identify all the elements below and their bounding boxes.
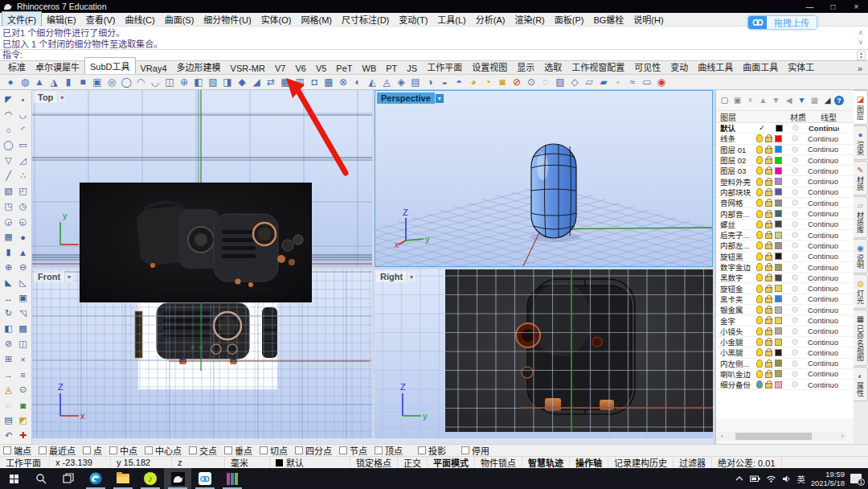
material-ball-icon[interactable] — [792, 179, 798, 185]
layer-lock-icon[interactable] — [765, 287, 772, 293]
taskbar-lanhu-icon[interactable] — [191, 468, 219, 489]
status-cell[interactable]: 工作平面 — [0, 457, 50, 468]
gumball-icon[interactable]: ✚ — [16, 428, 31, 443]
menu-item[interactable]: 说明(H) — [628, 12, 668, 27]
start-button[interactable] — [0, 468, 27, 489]
layer-color-swatch[interactable] — [775, 360, 782, 367]
scale-icon[interactable]: ◹ — [16, 306, 31, 321]
layer-visibility-bulb-icon[interactable] — [756, 166, 763, 175]
sweep-2-rails-icon[interactable]: ◶ — [2, 214, 16, 229]
layer-visibility-bulb-icon[interactable] — [756, 146, 763, 154]
layer-visibility-bulb-icon[interactable] — [756, 316, 763, 324]
layer-color-swatch[interactable] — [775, 199, 782, 207]
command-spinner[interactable]: ▲▼ — [857, 51, 866, 60]
subd-fillet-edge-icon[interactable]: ◆ — [235, 76, 249, 89]
layer-visibility-bulb-icon[interactable] — [756, 188, 763, 196]
taskbar-rhino-icon[interactable] — [164, 468, 191, 489]
viewport-menu-chevron-icon[interactable]: ▾ — [57, 93, 66, 102]
polyline-icon[interactable]: ◿ — [16, 153, 31, 168]
circle-icon[interactable]: ○ — [2, 122, 16, 138]
toolbar-tab[interactable]: SubD工具 — [84, 57, 136, 74]
viewport-menu-chevron-icon[interactable]: ▾ — [407, 273, 416, 281]
control-point-curve-icon[interactable]: ◡ — [16, 107, 31, 122]
subd-offset-icon[interactable]: ◨ — [220, 76, 235, 89]
layer-color-swatch[interactable] — [775, 220, 782, 228]
offset-curve-icon[interactable]: ≡ — [16, 367, 31, 382]
object-properties-icon[interactable]: ◩ — [16, 413, 31, 428]
disable-shading-icon[interactable]: ⊘ — [510, 76, 524, 89]
boolean-union-icon[interactable]: ⊕ — [2, 260, 16, 275]
checkbox[interactable] — [3, 446, 11, 454]
toolbar-tab[interactable]: VRay4 — [136, 62, 172, 74]
viewport-menu-chevron-icon[interactable]: ▾ — [64, 273, 73, 281]
layer-lock-icon[interactable] — [765, 137, 772, 142]
panel-tab[interactable]: ◐ 属性 — [854, 367, 868, 401]
viewport-front-label[interactable]: Front ▾ — [34, 271, 73, 282]
subd-append-face-icon[interactable]: ▦ — [278, 76, 293, 89]
material-ball-icon[interactable] — [792, 125, 799, 131]
viewport-menu-chevron-icon[interactable]: ▾ — [435, 94, 444, 103]
surface-corner-points-icon[interactable]: ◰ — [16, 183, 31, 199]
layer-row[interactable]: 黑卡夹 Continuous — [716, 294, 854, 305]
status-cell[interactable]: 正交 — [398, 457, 428, 468]
menu-item[interactable]: 细分物件(U) — [199, 12, 256, 27]
layer-lock-icon[interactable] — [765, 212, 772, 218]
layer-lock-icon[interactable] — [765, 169, 772, 175]
quad-remesh-icon[interactable]: ▤ — [408, 76, 423, 89]
osnap-toggle[interactable]: 垂点 — [224, 444, 252, 457]
layer-lock-icon[interactable] — [765, 362, 772, 368]
panel-tab[interactable]: ● 渲染 — [854, 125, 868, 160]
tab-overflow-chevron[interactable]: » — [855, 62, 865, 75]
material-ball-icon[interactable] — [792, 242, 798, 249]
menu-item[interactable]: 分析(A) — [471, 12, 510, 27]
tray-expand-icon[interactable] — [735, 475, 744, 483]
osnap-toggle[interactable]: 投影 — [418, 444, 446, 457]
volume-icon[interactable] — [782, 475, 792, 483]
command-history-scrollbar[interactable]: ∧∨ — [855, 28, 866, 49]
layer-lock-icon[interactable] — [765, 148, 772, 154]
layer-row[interactable]: 内左侧... Continuous — [716, 359, 854, 369]
layer-lock-icon[interactable] — [765, 330, 772, 335]
layer-color-swatch[interactable] — [775, 146, 782, 153]
rectangle-icon[interactable]: ▭ — [16, 138, 31, 153]
osnap-toggle[interactable]: 交点 — [189, 444, 217, 457]
bolt-gen-icon[interactable]: ◉ — [654, 76, 669, 89]
filter-layers-icon[interactable]: ▼ — [796, 94, 808, 106]
panel-tab[interactable]: ▦ 已命名视图 — [854, 310, 868, 366]
subd-ellipsoid-icon[interactable]: ◍ — [18, 76, 32, 89]
layer-row[interactable]: 后壳子... Continuous — [716, 230, 854, 240]
surface-from-curves-icon[interactable]: ▧ — [2, 183, 16, 199]
material-ball-icon[interactable] — [792, 381, 798, 388]
fillet-curve-icon[interactable]: ◣ — [2, 275, 16, 290]
search-icon[interactable] — [27, 468, 55, 489]
subd-symmetry-icon[interactable]: ◭ — [365, 76, 379, 89]
layer-row[interactable]: 音网格 Continuous — [716, 198, 854, 208]
layer-color-swatch[interactable] — [775, 264, 782, 271]
layer-lock-icon[interactable] — [765, 180, 772, 186]
command-history[interactable]: 已对1 个细分物件进行了细分。 已加入 1 个封闭的细分物件至选取集合。 — [0, 27, 868, 50]
layer-row[interactable]: 细分备份 Continuous — [716, 380, 854, 390]
material-ball-icon[interactable] — [792, 274, 798, 281]
material-ball-icon[interactable] — [792, 264, 798, 270]
menu-item[interactable]: 渲染(R) — [510, 12, 549, 27]
subd-cylinder-icon[interactable]: ▮ — [61, 76, 76, 89]
viewport-right-label[interactable]: Right ▾ — [376, 271, 416, 282]
split-icon[interactable]: ◫ — [16, 336, 31, 351]
layer-visibility-bulb-icon[interactable] — [756, 178, 763, 186]
boolean-difference-icon[interactable]: ⊖ — [16, 260, 31, 275]
viewport-perspective-label[interactable]: Perspective ▾ — [377, 92, 444, 104]
menu-item[interactable]: 面板(P) — [550, 12, 589, 27]
layer-row[interactable]: 小金腿 Continuous — [716, 337, 854, 347]
subd-rounded-box-icon[interactable]: ▣ — [90, 76, 104, 89]
layer-color-swatch[interactable] — [775, 274, 782, 281]
layer-lock-icon[interactable] — [765, 318, 772, 324]
layer-color-swatch[interactable] — [775, 178, 782, 185]
layer-lock-icon[interactable] — [765, 383, 772, 388]
subd-to-nurbs-icon[interactable]: ◒ — [437, 76, 452, 89]
subd-multipipe-icon[interactable]: ⊕ — [177, 76, 191, 89]
menu-item[interactable]: 尺寸标注(D) — [337, 12, 394, 27]
checkbox[interactable] — [145, 446, 153, 454]
revolve-icon[interactable]: ◷ — [16, 199, 31, 214]
subd-display-toggle-icon[interactable]: ◑ — [423, 76, 437, 89]
join-icon[interactable]: ⊞ — [2, 351, 16, 367]
